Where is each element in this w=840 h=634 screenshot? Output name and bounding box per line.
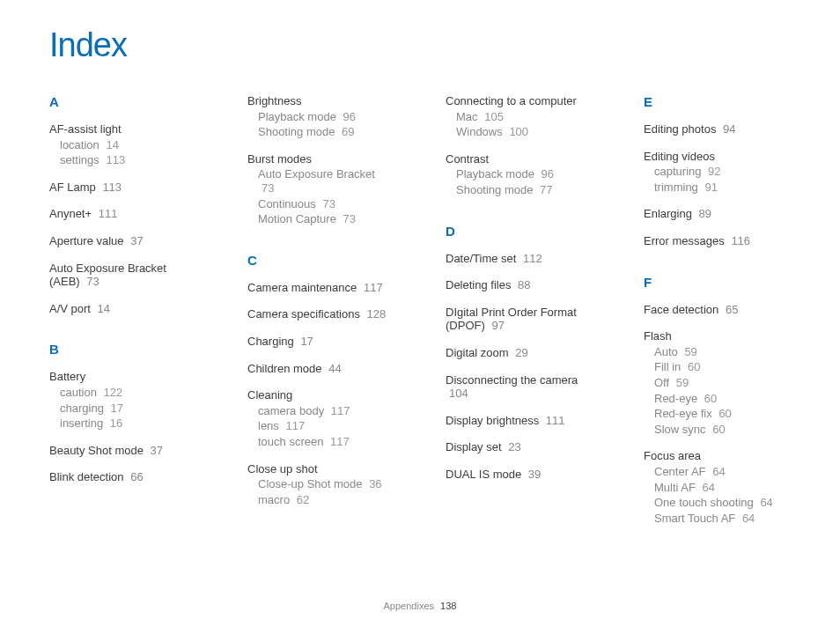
index-subentry[interactable]: Playback mode 96	[258, 110, 394, 124]
index-entry-title[interactable]: Flash	[644, 329, 791, 343]
index-subentry-page: 73	[343, 212, 356, 225]
index-subentry[interactable]: location 14	[60, 138, 196, 152]
index-subentry-page: 100	[509, 125, 528, 138]
index-subentry[interactable]: Off 59	[654, 376, 791, 390]
index-entry-title[interactable]: Camera specifications 128	[247, 307, 394, 321]
index-entry-title[interactable]: Battery	[49, 370, 196, 384]
index-entry-page: 97	[491, 319, 504, 332]
footer-label: Appendixes	[384, 601, 435, 611]
index-entry: Camera maintenance 117	[247, 281, 394, 295]
page-footer: Appendixes 138	[0, 601, 840, 611]
index-entry-title[interactable]: Focus area	[644, 449, 791, 463]
index-entry: DUAL IS mode 39	[446, 468, 593, 482]
index-subentry[interactable]: Motion Capture 73	[258, 212, 394, 226]
index-subentry[interactable]: charging 17	[60, 402, 196, 416]
index-subentry[interactable]: Shooting mode 77	[456, 183, 593, 197]
index-subentry[interactable]: camera body 117	[258, 404, 394, 418]
index-entry-title[interactable]: A/V port 14	[49, 302, 196, 316]
index-subentry[interactable]: Close-up Shot mode 36	[258, 477, 394, 491]
index-subentry-page: 117	[330, 435, 350, 448]
index-subentry[interactable]: touch screen 117	[258, 435, 394, 449]
index-subentry-page: 62	[297, 493, 309, 506]
index-subentry-page: 69	[342, 125, 354, 138]
index-subentry[interactable]: capturing 92	[654, 165, 791, 179]
index-entry-page: 112	[523, 252, 542, 265]
index-entry-title[interactable]: Face detection 65	[644, 303, 791, 317]
index-entry-title[interactable]: Charging 17	[247, 335, 394, 349]
index-entry: Focus areaCenter AF 64Multi AF 64One tou…	[644, 449, 791, 525]
index-subentry[interactable]: Continuous 73	[258, 197, 394, 211]
index-entry-title[interactable]: Date/Time set 112	[446, 252, 593, 266]
index-col-0: AAF-assist lightlocation 14settings 113A…	[49, 94, 196, 538]
index-entry-page: 17	[300, 335, 313, 348]
index-subentry[interactable]: trimming 91	[654, 181, 791, 195]
index-entry-title[interactable]: DIgital Print Order Format (DPOF) 97	[446, 306, 593, 333]
index-entry-page: 111	[99, 207, 118, 220]
index-entry: BrightnessPlayback mode 96Shooting mode …	[247, 94, 394, 139]
index-subentry-page: 96	[343, 110, 356, 123]
index-entry: Deleting files 88	[446, 278, 593, 292]
index-entry: Face detection 65	[644, 303, 791, 317]
index-subentry-page: 122	[104, 386, 123, 399]
index-columns: AAF-assist lightlocation 14settings 113A…	[49, 94, 791, 538]
index-entry-title[interactable]: Editing videos	[644, 150, 791, 164]
index-entry-title[interactable]: Close up shot	[247, 462, 394, 476]
index-entry-title[interactable]: Anynet+ 111	[49, 207, 196, 221]
index-entry-title[interactable]: Editing photos 94	[644, 122, 791, 136]
index-entry-title[interactable]: Contrast	[446, 152, 593, 166]
index-subentry[interactable]: Red-eye fix 60	[654, 407, 791, 421]
index-entry-title[interactable]: Connecting to a computer	[446, 94, 593, 108]
index-entry-title[interactable]: Blink detection 66	[49, 470, 196, 484]
index-entry-title[interactable]: DUAL IS mode 39	[446, 468, 593, 482]
index-subentry[interactable]: Slow sync 60	[654, 423, 791, 437]
index-entry-title[interactable]: Deleting files 88	[446, 278, 593, 292]
index-entry-title[interactable]: Beauty Shot mode 37	[49, 444, 196, 458]
index-entry-title[interactable]: Cleaning	[247, 388, 394, 402]
index-subentry[interactable]: lens 117	[258, 419, 394, 433]
index-entry-page: 23	[508, 440, 520, 453]
index-subentry[interactable]: Mac 105	[456, 110, 593, 124]
index-subentry[interactable]: One touch shooting 64	[654, 496, 791, 510]
index-subentry[interactable]: Playback mode 96	[456, 167, 593, 181]
index-subentry[interactable]: Center AF 64	[654, 465, 791, 479]
index-entry-title[interactable]: Aperture value 37	[49, 234, 196, 248]
index-subentry[interactable]: Multi AF 64	[654, 481, 791, 495]
index-subentry-page: 117	[285, 419, 305, 432]
index-entry-title[interactable]: Children mode 44	[247, 362, 394, 376]
index-subentry-page: 36	[369, 477, 381, 490]
index-entry-title[interactable]: AF Lamp 113	[49, 181, 196, 195]
index-subentry[interactable]: Fill in 60	[654, 360, 791, 374]
index-entry-title[interactable]: Auto Exposure Bracket (AEB) 73	[49, 262, 196, 289]
index-entry-title[interactable]: Camera maintenance 117	[247, 281, 394, 295]
index-entry: DIgital Print Order Format (DPOF) 97	[446, 306, 593, 333]
index-entry-title[interactable]: Display brightness 111	[446, 414, 593, 428]
index-subentry[interactable]: Auto Exposure Bracket 73	[258, 167, 394, 195]
index-entry: FlashAuto 59Fill in 60Off 59Red-eye 60Re…	[644, 329, 791, 436]
index-entry-title[interactable]: Enlarging 89	[644, 207, 791, 221]
index-subentry[interactable]: Red-eye 60	[654, 392, 791, 406]
index-entry-title[interactable]: Brightness	[247, 94, 394, 108]
index-entry-title[interactable]: Error messages 116	[644, 234, 791, 248]
index-entry-title[interactable]: Burst modes	[247, 152, 394, 166]
index-entry-title[interactable]: Disconnecting the camera 104	[446, 373, 593, 401]
index-entry-title[interactable]: AF-assist light	[49, 122, 196, 136]
index-entry-title[interactable]: Display set 23	[446, 440, 593, 454]
index-subentry[interactable]: inserting 16	[60, 417, 196, 431]
index-subentry[interactable]: Auto 59	[654, 345, 791, 359]
index-entry: ContrastPlayback mode 96Shooting mode 77	[446, 152, 593, 197]
index-entry: Error messages 116	[644, 234, 791, 248]
index-entry-title[interactable]: Digital zoom 29	[446, 346, 593, 360]
index-entry-page: 88	[518, 278, 530, 291]
index-letter: B	[49, 342, 196, 358]
index-subentry[interactable]: Windows 100	[456, 125, 593, 139]
index-subentry-page: 73	[322, 197, 335, 210]
index-entry: Anynet+ 111	[49, 207, 196, 221]
index-entry: Aperture value 37	[49, 234, 196, 248]
index-subentry[interactable]: Shooting mode 69	[258, 125, 394, 139]
index-entry: Connecting to a computerMac 105Windows 1…	[446, 94, 593, 139]
index-subentry[interactable]: macro 62	[258, 493, 394, 507]
index-subentry[interactable]: caution 122	[60, 386, 196, 400]
index-subentry[interactable]: settings 113	[60, 153, 196, 167]
index-entry: Cleaningcamera body 117lens 117touch scr…	[247, 388, 394, 448]
index-subentry[interactable]: Smart Touch AF 64	[654, 512, 791, 526]
